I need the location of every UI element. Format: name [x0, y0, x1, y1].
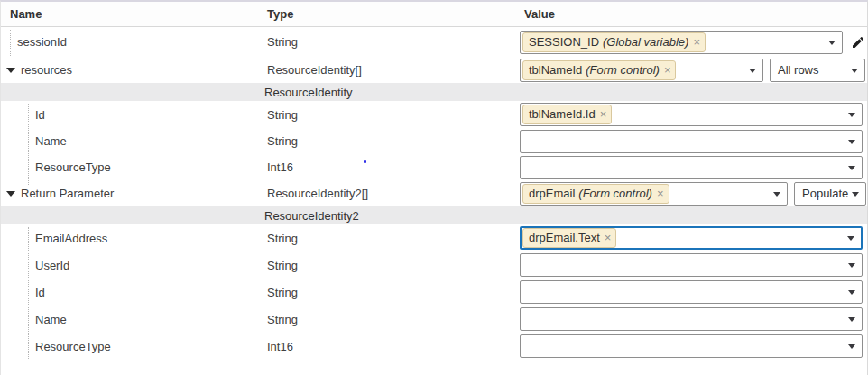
parameter-type: String: [263, 134, 520, 148]
select-dropdown-icon: [851, 69, 858, 73]
combobox-dropdown-icon[interactable]: [749, 69, 756, 73]
name-cell: sessionId: [1, 27, 263, 57]
tag-remove-icon[interactable]: ×: [605, 230, 612, 245]
combobox-dropdown-icon[interactable]: [848, 166, 855, 170]
parameter-row: resourcesResourceIdentity[]tblNameId(For…: [1, 57, 867, 83]
parameter-name: Return Parameter: [21, 187, 114, 200]
name-cell: EmailAddress: [1, 224, 263, 252]
column-header-type: Type: [263, 7, 520, 21]
value-combobox[interactable]: [520, 253, 863, 277]
mode-select[interactable]: All rows: [770, 59, 865, 82]
value-combobox[interactable]: drpEmail.Text×: [520, 226, 863, 250]
table-header: Name Type Value: [1, 2, 867, 27]
parameter-name: UserId: [35, 259, 69, 272]
parameter-name: EmailAddress: [35, 232, 107, 245]
combobox-dropdown-icon[interactable]: [848, 344, 855, 349]
type-band-label: ResourceIdentity: [1, 86, 353, 99]
value-tag-qualifier: (Global variable): [603, 34, 688, 50]
column-header-name: Name: [1, 7, 263, 21]
combobox-dropdown-icon[interactable]: [848, 317, 855, 322]
parameter-row: IdString: [1, 279, 867, 306]
name-cell: Id: [1, 279, 263, 306]
combobox-dropdown-icon[interactable]: [848, 113, 855, 117]
value-combobox[interactable]: [520, 130, 863, 153]
edit-pencil-icon[interactable]: [851, 35, 865, 50]
parameter-row: EmailAddressStringdrpEmail.Text×: [1, 224, 867, 252]
parameter-mapping-panel: Name Type Value sessionIdStringSESSION_I…: [0, 0, 868, 375]
value-tag[interactable]: drpEmail.Text×: [522, 228, 616, 248]
value-tag[interactable]: tblNameId(Form control)×: [522, 60, 676, 80]
combobox-dropdown-icon[interactable]: [773, 192, 780, 197]
value-combobox[interactable]: [520, 307, 863, 331]
name-cell: Return Parameter: [1, 180, 263, 206]
name-cell: UserId: [1, 252, 263, 279]
tag-remove-icon[interactable]: ×: [600, 106, 607, 122]
parameter-name: Id: [35, 108, 45, 122]
parameter-row: ResourceTypeInt16: [1, 154, 867, 180]
parameter-name: ResourceType: [35, 160, 111, 174]
value-cell: [520, 280, 867, 304]
value-combobox[interactable]: SESSION_ID(Global variable)×: [520, 31, 843, 54]
value-tag-label: drpEmail.Text: [529, 230, 600, 245]
name-cell: ResourceType: [1, 154, 263, 180]
value-cell: [520, 156, 867, 179]
name-cell: resources: [1, 57, 263, 83]
parameter-name: sessionId: [17, 35, 67, 49]
tag-remove-icon[interactable]: ×: [657, 186, 664, 201]
column-header-value: Value: [520, 7, 867, 21]
tree-guide: [10, 30, 11, 56]
parameter-type: ResourceIdentity[]: [263, 63, 520, 77]
value-cell: [520, 130, 867, 153]
parameter-type: String: [263, 286, 520, 299]
tag-remove-icon[interactable]: ×: [693, 34, 700, 50]
collapse-expander-icon[interactable]: [6, 68, 15, 73]
value-cell: tblNameId(Form control)×All rows: [520, 59, 867, 82]
select-dropdown-icon: [852, 192, 859, 197]
value-tag[interactable]: tblNameId.Id×: [522, 105, 612, 124]
parameter-row: NameString: [1, 128, 867, 154]
mode-select-value: Populate: [802, 187, 848, 200]
stray-cursor-dot: [364, 160, 366, 163]
parameter-name: ResourceType: [35, 340, 111, 353]
mode-select[interactable]: Populate: [794, 182, 866, 206]
parameter-name: Id: [35, 286, 45, 299]
value-combobox[interactable]: [520, 334, 863, 358]
parameter-type: ResourceIdentity2[]: [263, 187, 520, 200]
combobox-dropdown-icon[interactable]: [828, 41, 836, 45]
value-cell: [520, 253, 867, 277]
combobox-dropdown-icon[interactable]: [848, 263, 855, 268]
parameter-row: ResourceTypeInt16: [1, 333, 867, 360]
parameter-type: Int16: [263, 340, 520, 353]
mode-select-value: All rows: [778, 63, 819, 77]
value-combobox[interactable]: tblNameId(Form control)×: [520, 59, 763, 82]
value-cell: [520, 307, 867, 331]
type-band-row: ResourceIdentity2: [1, 206, 867, 224]
parameter-type: String: [263, 259, 520, 272]
value-combobox[interactable]: [520, 156, 863, 179]
parameter-type: String: [263, 35, 520, 49]
collapse-expander-icon[interactable]: [6, 191, 15, 197]
name-cell: Name: [1, 306, 263, 333]
value-tag[interactable]: SESSION_ID(Global variable)×: [522, 32, 706, 52]
value-tag-label: tblNameId: [529, 62, 582, 78]
value-cell: drpEmail(Form control)×Populate: [520, 182, 867, 206]
parameter-row: Return ParameterResourceIdentity2[]drpEm…: [1, 180, 867, 206]
name-cell: Id: [1, 101, 263, 128]
combobox-dropdown-icon[interactable]: [848, 140, 855, 144]
combobox-dropdown-icon[interactable]: [847, 236, 854, 241]
combobox-dropdown-icon[interactable]: [848, 290, 855, 295]
parameter-name: Name: [35, 313, 67, 326]
parameter-type: String: [263, 108, 520, 122]
type-band-label: ResourceIdentity2: [1, 209, 359, 223]
value-cell: [520, 334, 867, 358]
value-tag[interactable]: drpEmail(Form control)×: [522, 184, 669, 204]
value-tag-label: SESSION_ID: [529, 34, 599, 50]
value-combobox[interactable]: [520, 280, 863, 304]
name-cell: Name: [1, 128, 263, 154]
tree-guide: [28, 227, 29, 359]
value-combobox[interactable]: drpEmail(Form control)×: [520, 182, 788, 206]
tag-remove-icon[interactable]: ×: [664, 62, 671, 78]
type-band-row: ResourceIdentity: [1, 83, 867, 101]
value-combobox[interactable]: tblNameId.Id×: [520, 103, 863, 126]
parameter-type: Int16: [263, 160, 520, 174]
